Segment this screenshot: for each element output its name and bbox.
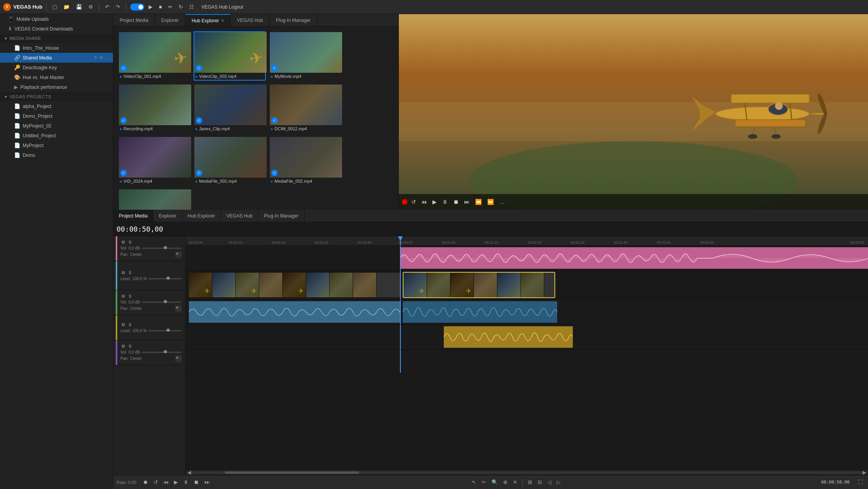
tab-explorer[interactable]: Explorer xyxy=(155,14,185,26)
scroll-right-btn[interactable]: ▶ xyxy=(863,469,866,475)
media-item-1[interactable]: ✈ ✓ ● VideoClip_002.mp4 xyxy=(194,31,266,81)
track-s-btn-2[interactable]: S xyxy=(127,294,133,299)
sidebar-item-intro[interactable]: 📄 Intro_The_House xyxy=(0,43,113,53)
tab-project-media[interactable]: Project Media xyxy=(113,14,155,26)
track-m-btn-v[interactable]: M xyxy=(120,270,126,275)
clip-video-1[interactable]: ✈ ✈ ✈ xyxy=(189,273,400,297)
clip-audio3-yellow[interactable] xyxy=(444,326,573,348)
fullscreen-btn[interactable]: ⛶ xyxy=(856,478,865,486)
track-s-btn-v[interactable]: S xyxy=(127,270,133,275)
media-item-8[interactable]: ✓ ● MediaFile_002.mp4 xyxy=(269,136,341,185)
level-slider-3[interactable] xyxy=(148,330,181,331)
sidebar-item-demo-project[interactable]: 📄 Demo_Project xyxy=(0,111,113,121)
snap-btn[interactable]: ⊞ xyxy=(526,478,534,486)
loop-bottom-btn[interactable]: ↺ xyxy=(152,478,160,486)
sidebar-item-hue[interactable]: 🎨 Hue vs. Hue Master xyxy=(0,72,113,82)
sidebar-item-playback[interactable]: ▶ Playback performance xyxy=(0,82,113,92)
next-bottom-btn[interactable]: ⏭ xyxy=(203,478,212,486)
settings-btn[interactable]: ⚙ xyxy=(86,3,95,11)
play-bottom-btn[interactable]: ▶ xyxy=(172,478,180,486)
sidebar-item-myproject02[interactable]: 📄 MyProject_02 xyxy=(0,121,113,131)
media-item-9[interactable]: ✓ ● Screen Capture.mp4 xyxy=(118,189,190,210)
shared-media-more[interactable]: … xyxy=(105,55,109,60)
shared-media-refresh[interactable]: ↻ xyxy=(94,55,98,60)
media-item-7[interactable]: ✓ ● MediaFile_001.mp4 xyxy=(194,136,266,185)
sidebar-item-mobile-uploads[interactable]: 📱 Mobile Uploads xyxy=(0,14,113,24)
hub-toggle[interactable] xyxy=(130,4,144,11)
redo-btn[interactable]: ↷ xyxy=(114,3,122,11)
forward-btn[interactable]: ⏩ xyxy=(486,197,495,207)
prev-frame-btn[interactable]: ⏮ xyxy=(420,197,429,207)
scroll-left-btn[interactable]: ◀ xyxy=(187,469,191,475)
media-item-0[interactable]: ✈ ✓ ● VideoClip_001.mp4 xyxy=(118,31,190,81)
sidebar-item-shared-media[interactable]: 🔗 Shared Media ↻ ⚙ … xyxy=(0,53,113,63)
level-slider-v[interactable] xyxy=(148,278,181,279)
vol-slider-2[interactable] xyxy=(142,302,181,303)
tl-tab-project-media[interactable]: Project Media xyxy=(113,210,153,222)
media-item-2[interactable]: ✓ ● MyMovie.mp4 xyxy=(269,31,341,81)
mark-out-btn[interactable]: ▷ xyxy=(555,478,563,486)
shared-media-settings[interactable]: ⚙ xyxy=(99,55,103,60)
media-item-4[interactable]: ✓ ● Janes_Clip.mp4 xyxy=(194,84,266,133)
prev-bottom-btn[interactable]: ⏮ xyxy=(161,478,170,486)
grid-btn[interactable]: ☷ xyxy=(187,3,196,11)
track-m-btn-1[interactable]: M xyxy=(120,240,126,245)
sync-btn[interactable]: ↻ xyxy=(177,3,185,11)
edit-tool[interactable]: ✂ xyxy=(480,478,488,486)
pause-bottom-btn[interactable]: ⏸ xyxy=(181,478,190,486)
media-item-6[interactable]: ✓ ● VID_2024.mp4 xyxy=(118,136,190,185)
new-btn[interactable]: ▢ xyxy=(50,3,59,11)
sidebar-item-vegas-content[interactable]: ⬇ VEGAS Content Downloads xyxy=(0,24,113,34)
play-btn[interactable]: ▶ xyxy=(147,3,154,11)
next-frame-btn[interactable]: ⏭ xyxy=(463,197,471,207)
clip-audio2-pre[interactable] xyxy=(189,301,400,323)
clip-audio1-main[interactable]: // Inline waveform bars xyxy=(400,247,868,269)
cursor-tool[interactable]: ↖ xyxy=(470,478,478,486)
track-s-btn-4[interactable]: S xyxy=(127,344,133,349)
bookmark-btn[interactable]: ✏ xyxy=(166,3,174,11)
track-m-btn-4[interactable]: M xyxy=(120,344,126,349)
vol-slider-1[interactable] xyxy=(142,248,181,249)
open-btn[interactable]: 📁 xyxy=(61,3,72,11)
stop-btn[interactable]: ■ xyxy=(157,3,164,11)
media-item-3[interactable]: ✓ ● Recording.mp4 xyxy=(118,84,190,133)
zoom-tool[interactable]: 🔍 xyxy=(490,478,500,486)
grid-bottom-btn[interactable]: ⊟ xyxy=(536,478,544,486)
track-s-btn-3[interactable]: S xyxy=(127,322,133,327)
tl-tab-explorer[interactable]: Explorer xyxy=(153,210,182,222)
tl-tab-vegas-hub[interactable]: VEGAS Hub xyxy=(221,210,258,222)
sidebar-item-myproject[interactable]: 📄 MyProject xyxy=(0,140,113,150)
preview-play-btn[interactable]: ▶ xyxy=(431,197,438,207)
record-button[interactable] xyxy=(402,199,407,205)
hub-explorer-close[interactable]: ✕ xyxy=(221,18,224,23)
scrollbar-thumb[interactable] xyxy=(225,471,359,474)
pan-knob-4[interactable]: ▼ xyxy=(175,356,181,362)
media-item-5[interactable]: ✓ ● DCIM_0012.mp4 xyxy=(269,84,341,133)
tab-vegas-hub[interactable]: VEGAS Hub xyxy=(231,14,270,26)
scrollbar-track[interactable] xyxy=(191,471,863,474)
more-preview-btn[interactable]: … xyxy=(498,197,506,207)
loop-btn[interactable]: ↺ xyxy=(410,197,418,207)
stop-bottom-btn[interactable]: ⏹ xyxy=(192,478,201,486)
mark-in-btn[interactable]: ◁ xyxy=(545,478,553,486)
sidebar-item-untitled[interactable]: 📄 Untitled_Project xyxy=(0,131,113,140)
tl-tab-hub-explorer[interactable]: Hub Explorer xyxy=(182,210,221,222)
sidebar-item-demo[interactable]: 📄 Demo xyxy=(0,150,113,160)
pan-knob-1[interactable]: ▼ xyxy=(175,252,181,258)
vol-slider-4[interactable] xyxy=(142,352,181,353)
track-m-btn-3[interactable]: M xyxy=(120,322,126,327)
rewind-btn[interactable]: ⏪ xyxy=(473,197,483,207)
preview-pause-btn[interactable]: ⏸ xyxy=(441,197,449,207)
tab-plugin-manager[interactable]: Plug-In Manager xyxy=(270,14,317,26)
clip-audio2-post[interactable] xyxy=(403,301,557,323)
tl-tab-plugin[interactable]: Plug-In Manager xyxy=(258,210,305,222)
close-tool[interactable]: ✕ xyxy=(511,478,519,486)
clip-video-selected[interactable]: ✈ ✈ xyxy=(403,272,555,298)
track-m-btn-2[interactable]: M xyxy=(120,294,126,299)
tab-hub-explorer[interactable]: Hub Explorer ✕ xyxy=(185,14,231,26)
undo-btn[interactable]: ↶ xyxy=(103,3,111,11)
section-header-vegas-projects[interactable]: ▼ VEGAS Projects xyxy=(0,92,113,101)
section-header-media-share[interactable]: ▼ Media Share xyxy=(0,34,113,43)
record-bottom-btn[interactable]: ⏺ xyxy=(141,478,150,486)
marker-tool[interactable]: ⊕ xyxy=(501,478,509,486)
